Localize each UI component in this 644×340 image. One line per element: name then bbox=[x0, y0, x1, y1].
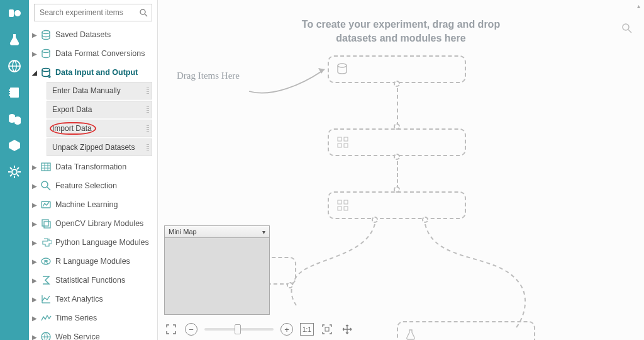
module-palette: ▶ Saved Datasets ▶ Data Format Conversio… bbox=[29, 0, 158, 340]
flask-icon bbox=[7, 32, 22, 47]
minimap-title: Mini Map bbox=[169, 228, 197, 235]
category-data-transformation[interactable]: ▶ Data Transformation bbox=[29, 157, 157, 176]
module-import-data[interactable]: Import Data bbox=[47, 120, 152, 137]
module-enter-data-manually[interactable]: Enter Data Manually bbox=[47, 82, 152, 99]
drag-items-hint: Drag Items Here bbox=[177, 71, 240, 81]
svg-point-1 bbox=[14, 10, 21, 16]
category-label: Saved Datasets bbox=[55, 30, 111, 39]
module-icon bbox=[336, 136, 349, 149]
cylinder-icon bbox=[336, 62, 348, 76]
svg-rect-4 bbox=[9, 89, 10, 91]
storage-icon bbox=[7, 111, 22, 127]
zoom-fit-button[interactable] bbox=[320, 322, 334, 336]
layers-icon bbox=[39, 218, 53, 229]
app-root: ▶ Saved Datasets ▶ Data Format Conversio… bbox=[0, 0, 644, 340]
caret-icon: ▶ bbox=[31, 220, 38, 227]
rail-item-globe[interactable] bbox=[4, 55, 25, 77]
category-label: Time Series bbox=[55, 314, 97, 322]
rail-item-shapes[interactable] bbox=[4, 3, 25, 24]
svg-rect-49 bbox=[344, 144, 348, 147]
zoom-out-button[interactable]: − bbox=[184, 322, 198, 336]
minimap-panel: Mini Map ▾ bbox=[164, 225, 270, 315]
category-label: Feature Selection bbox=[55, 181, 117, 190]
category-machine-learning[interactable]: ▶ Machine Learning bbox=[29, 195, 157, 214]
minimap-body[interactable] bbox=[164, 238, 270, 315]
ml-icon bbox=[39, 199, 53, 210]
zoom-actual-label: 1:1 bbox=[300, 323, 314, 336]
chevron-down-icon: ▾ bbox=[262, 229, 265, 235]
python-icon bbox=[39, 237, 53, 248]
grip-icon bbox=[147, 144, 149, 152]
module-label: Export Data bbox=[52, 105, 92, 114]
category-data-format-conversions[interactable]: ▶ Data Format Conversions bbox=[29, 44, 157, 63]
move-icon bbox=[341, 324, 353, 335]
svg-rect-6 bbox=[9, 94, 10, 96]
svg-line-18 bbox=[10, 167, 12, 169]
experiment-canvas[interactable]: ▴ To create your experiment, drag and dr… bbox=[158, 0, 644, 340]
placeholder-node-lower-right bbox=[397, 321, 535, 340]
svg-rect-0 bbox=[9, 9, 14, 17]
globe-small-icon bbox=[39, 331, 53, 340]
category-label: Text Analytics bbox=[55, 295, 103, 303]
zoom-in-button[interactable]: + bbox=[280, 322, 294, 336]
package-icon bbox=[7, 138, 22, 153]
database-io-icon bbox=[39, 67, 53, 78]
caret-icon: ▶ bbox=[31, 334, 38, 341]
grip-icon bbox=[147, 125, 149, 133]
database-icon bbox=[39, 48, 53, 59]
category-saved-datasets[interactable]: ▶ Saved Datasets bbox=[29, 25, 157, 44]
port-icon bbox=[394, 81, 400, 87]
search-icon bbox=[139, 8, 148, 17]
rail-item-flask[interactable] bbox=[4, 29, 25, 50]
module-label: Enter Data Manually bbox=[52, 86, 121, 95]
category-python[interactable]: ▶ Python Language Modules bbox=[29, 233, 157, 252]
module-export-data[interactable]: Export Data bbox=[47, 101, 152, 118]
category-list: ▶ Saved Datasets ▶ Data Format Conversio… bbox=[29, 24, 157, 340]
gear-icon bbox=[7, 164, 22, 179]
svg-point-9 bbox=[9, 119, 15, 123]
module-unpack-zipped-datasets[interactable]: Unpack Zipped Datasets bbox=[47, 139, 152, 156]
fullscreen-icon bbox=[165, 324, 177, 335]
fullscreen-button[interactable] bbox=[164, 322, 178, 336]
rail-item-package[interactable] bbox=[4, 135, 25, 156]
database-stack-icon bbox=[39, 29, 53, 40]
caret-icon: ▶ bbox=[31, 31, 38, 38]
search-box[interactable] bbox=[34, 4, 152, 21]
svg-point-26 bbox=[42, 69, 50, 72]
pan-button[interactable] bbox=[340, 322, 354, 336]
caret-icon: ▶ bbox=[31, 164, 38, 171]
module-label: Import Data bbox=[52, 124, 92, 133]
zoom-fit-icon bbox=[321, 324, 333, 335]
svg-rect-35 bbox=[42, 220, 48, 226]
category-web-service[interactable]: ▶ Web Service bbox=[29, 327, 157, 340]
svg-point-32 bbox=[42, 181, 48, 188]
rail-item-settings[interactable] bbox=[4, 161, 25, 183]
category-time-series[interactable]: ▶ Time Series bbox=[29, 309, 157, 327]
category-opencv[interactable]: ▶ OpenCV Library Modules bbox=[29, 214, 157, 233]
svg-point-25 bbox=[42, 50, 50, 53]
svg-line-21 bbox=[17, 167, 19, 169]
category-data-input-output[interactable]: ◢ Data Input and Output bbox=[29, 63, 157, 82]
category-r[interactable]: ▶ R R Language Modules bbox=[29, 252, 157, 271]
placeholder-node-dataset bbox=[328, 55, 466, 83]
minimap-header[interactable]: Mini Map ▾ bbox=[164, 225, 270, 238]
category-label: Web Service bbox=[55, 332, 100, 340]
globe-icon bbox=[7, 59, 22, 74]
placeholder-node-module-1 bbox=[328, 128, 466, 156]
svg-rect-3 bbox=[10, 88, 19, 98]
hint-arrow-icon bbox=[246, 63, 334, 101]
rail-item-notebook[interactable] bbox=[4, 82, 25, 103]
category-feature-selection[interactable]: ▶ Feature Selection bbox=[29, 176, 157, 195]
svg-rect-46 bbox=[338, 137, 341, 141]
zoom-actual-button[interactable]: 1:1 bbox=[300, 322, 314, 336]
category-text-analytics[interactable]: ▶ Text Analytics bbox=[29, 290, 157, 309]
caret-icon: ▶ bbox=[31, 239, 38, 246]
caret-icon: ▶ bbox=[31, 277, 38, 284]
category-statistical[interactable]: ▶ Statistical Functions bbox=[29, 271, 157, 290]
scroll-up-icon[interactable]: ▴ bbox=[637, 3, 640, 9]
zoom-slider[interactable] bbox=[204, 328, 274, 331]
search-input[interactable] bbox=[38, 8, 139, 18]
rail-item-storage[interactable] bbox=[4, 108, 25, 130]
category-label: Machine Learning bbox=[55, 200, 118, 209]
slider-thumb[interactable] bbox=[235, 324, 241, 334]
